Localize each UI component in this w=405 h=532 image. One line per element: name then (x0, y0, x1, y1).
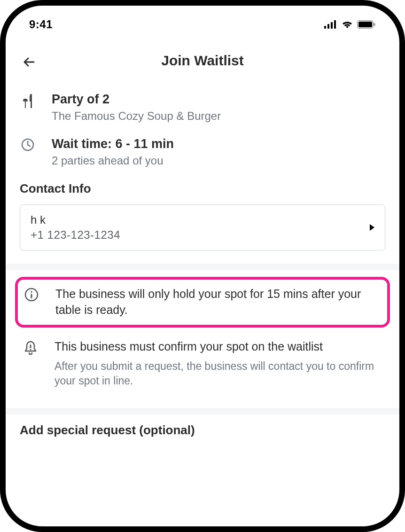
contact-info-heading: Contact Info (20, 181, 385, 196)
arrow-left-icon (22, 55, 37, 70)
back-button[interactable] (20, 53, 39, 71)
page-title: Join Waitlist (20, 53, 385, 69)
wifi-icon (341, 20, 353, 29)
wait-info-row: Wait time: 6 - 11 min 2 parties ahead of… (20, 137, 385, 167)
svg-rect-5 (358, 22, 372, 27)
party-info-row: Party of 2 The Famous Cozy Soup & Burger (20, 92, 385, 123)
svg-rect-1 (327, 24, 329, 29)
contact-card[interactable]: h k +1 123-123-1234 (20, 204, 385, 250)
status-bar: 9:41 (6, 6, 399, 39)
contact-name: h k (31, 213, 120, 227)
section-divider (6, 264, 399, 270)
clock-icon (20, 137, 36, 152)
svg-rect-10 (31, 294, 32, 298)
cellular-icon (324, 20, 337, 29)
confirm-spot-notice: This business must confirm your spot on … (20, 332, 385, 395)
svg-rect-6 (374, 23, 375, 26)
battery-icon (357, 20, 376, 29)
svg-point-12 (30, 349, 31, 350)
svg-rect-2 (331, 22, 333, 29)
svg-rect-3 (334, 20, 336, 29)
svg-rect-0 (324, 26, 326, 29)
device-frame: 9:41 (0, 0, 405, 532)
page-header: Join Waitlist (6, 39, 399, 78)
parties-ahead-label: 2 parties ahead of you (52, 154, 385, 167)
party-size-label: Party of 2 (52, 92, 385, 107)
hold-spot-notice: The business will only hold your spot fo… (15, 277, 390, 328)
status-icons (324, 20, 376, 29)
bell-icon (23, 339, 39, 356)
wait-time-label: Wait time: 6 - 11 min (52, 137, 385, 151)
section-divider (6, 408, 399, 415)
info-icon (23, 286, 39, 302)
fork-knife-icon (20, 92, 36, 109)
hold-spot-text: The business will only hold your spot fo… (55, 286, 382, 318)
restaurant-name: The Famous Cozy Soup & Burger (52, 110, 385, 123)
svg-point-9 (31, 291, 32, 293)
special-request-heading: Add special request (optional) (20, 423, 385, 438)
confirm-spot-title: This business must confirm your spot on … (55, 339, 382, 355)
confirm-spot-subtext: After you submit a request, the business… (55, 359, 382, 388)
status-time: 9:41 (29, 18, 53, 31)
chevron-right-icon (370, 224, 374, 231)
svg-rect-11 (30, 344, 31, 348)
contact-phone: +1 123-123-1234 (31, 228, 120, 242)
